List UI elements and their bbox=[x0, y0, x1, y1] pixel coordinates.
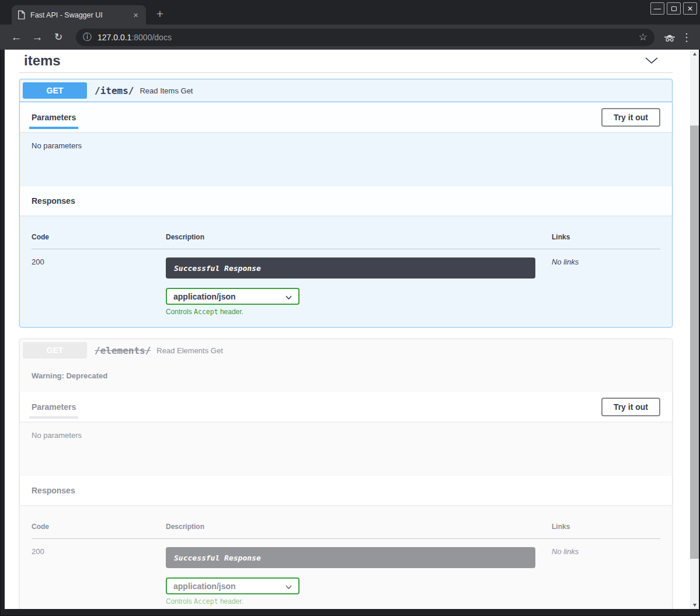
triangle-up-icon bbox=[693, 53, 696, 55]
parameters-header: Parameters Try it out bbox=[20, 102, 672, 132]
accept-header-hint: Controls Accept header. bbox=[166, 308, 552, 316]
triangle-down-icon bbox=[693, 604, 696, 607]
method-badge: GET bbox=[23, 342, 87, 359]
endpoint-body: Parameters Try it out No parameters Resp… bbox=[20, 102, 672, 327]
code-column-header: Code bbox=[32, 523, 166, 531]
endpoint-description: Read Elements Get bbox=[156, 346, 222, 355]
browser-window: Fast API - Swagger UI × + — ✕ ← → ↻ ⓘ 12… bbox=[0, 0, 700, 616]
links-column-header: Links bbox=[552, 523, 660, 531]
url-path: :8000/docs bbox=[131, 33, 172, 42]
tab-title: Fast API - Swagger UI bbox=[30, 11, 131, 19]
try-it-out-button[interactable]: Try it out bbox=[601, 108, 660, 127]
response-description-cell: Successful Response application/json Con… bbox=[166, 257, 552, 316]
try-it-out-button[interactable]: Try it out bbox=[601, 398, 660, 416]
response-links: No links bbox=[552, 547, 660, 605]
no-parameters-text: No parameters bbox=[32, 141, 82, 150]
responses-table-header: Code Description Links bbox=[32, 233, 660, 249]
response-row: 200 Successful Response application/json bbox=[32, 539, 660, 605]
bookmark-star-icon[interactable]: ☆ bbox=[639, 31, 647, 43]
parameters-body: No parameters bbox=[20, 422, 672, 476]
no-parameters-text: No parameters bbox=[32, 431, 82, 440]
reload-icon[interactable]: ↻ bbox=[50, 31, 67, 43]
chevron-down-icon bbox=[285, 292, 292, 301]
close-button[interactable]: ✕ bbox=[683, 2, 697, 15]
links-column-header: Links bbox=[552, 233, 660, 241]
chevron-down-icon[interactable] bbox=[645, 57, 658, 64]
browser-menu-icon[interactable]: ⋮ bbox=[680, 31, 693, 44]
page-favicon-icon bbox=[18, 11, 25, 19]
chevron-down-icon bbox=[285, 582, 292, 591]
scroll-up-arrow[interactable] bbox=[690, 50, 699, 58]
code-column-header: Code bbox=[32, 233, 166, 241]
responses-title: Responses bbox=[32, 486, 75, 495]
deprecated-warning: Warning: Deprecated bbox=[20, 362, 672, 392]
minimize-button[interactable]: — bbox=[650, 2, 664, 15]
parameters-body: No parameters bbox=[20, 132, 672, 186]
back-icon[interactable]: ← bbox=[8, 31, 25, 44]
response-code: 200 bbox=[32, 547, 166, 605]
scrollbar-thumb[interactable] bbox=[690, 126, 699, 559]
incognito-icon bbox=[663, 33, 677, 42]
responses-table-header: Code Description Links bbox=[32, 523, 660, 539]
tag-section-header[interactable]: items bbox=[19, 51, 673, 73]
tab-parameters[interactable]: Parameters bbox=[32, 402, 76, 412]
response-links: No links bbox=[552, 257, 660, 316]
browser-titlebar: Fast API - Swagger UI × + — ✕ bbox=[0, 0, 700, 25]
responses-header: Responses bbox=[20, 186, 672, 215]
endpoint-body: Warning: Deprecated Parameters Try it ou… bbox=[20, 362, 672, 609]
tab-parameters[interactable]: Parameters bbox=[32, 113, 76, 122]
page-content: items GET /items/ Read Items Get Paramet… bbox=[5, 50, 690, 609]
endpoint-summary[interactable]: GET /items/ Read Items Get bbox=[20, 79, 672, 102]
response-description-box: Successful Response bbox=[166, 547, 535, 568]
tab-close-icon[interactable]: × bbox=[131, 11, 140, 19]
endpoint-path: /items/ bbox=[95, 85, 134, 96]
section-title: items bbox=[24, 53, 61, 69]
address-bar[interactable]: ⓘ 127.0.0.1:8000/docs ☆ bbox=[76, 29, 654, 46]
scroll-down-arrow[interactable] bbox=[690, 601, 699, 609]
response-row: 200 Successful Response application/json bbox=[32, 249, 660, 316]
responses-body: Code Description Links 200 Successful Re… bbox=[20, 215, 672, 327]
media-type-select[interactable]: application/json bbox=[166, 288, 299, 305]
endpoint-summary[interactable]: GET /elements/ Read Elements Get bbox=[20, 339, 672, 362]
endpoint-get-elements-deprecated: GET /elements/ Read Elements Get Warning… bbox=[19, 339, 673, 609]
response-code: 200 bbox=[32, 257, 166, 316]
endpoint-description: Read Items Get bbox=[140, 86, 193, 95]
browser-tab[interactable]: Fast API - Swagger UI × bbox=[12, 5, 146, 25]
responses-title: Responses bbox=[32, 196, 75, 206]
responses-body: Code Description Links 200 Successful Re… bbox=[20, 505, 672, 609]
site-info-icon[interactable]: ⓘ bbox=[83, 32, 92, 43]
maximize-button[interactable] bbox=[667, 2, 681, 15]
new-tab-button[interactable]: + bbox=[152, 6, 168, 22]
response-description-box: Successful Response bbox=[166, 257, 535, 279]
method-badge: GET bbox=[23, 82, 87, 99]
description-column-header: Description bbox=[166, 233, 552, 241]
endpoint-get-items: GET /items/ Read Items Get Parameters Tr… bbox=[19, 79, 673, 328]
endpoint-path: /elements/ bbox=[95, 345, 151, 356]
url-text: 127.0.0.1:8000/docs bbox=[97, 33, 172, 42]
accept-header-hint: Controls Accept header. bbox=[166, 597, 552, 605]
parameters-header: Parameters Try it out bbox=[20, 392, 672, 422]
maximize-icon bbox=[671, 6, 677, 11]
media-type-select[interactable]: application/json bbox=[166, 577, 299, 594]
url-host: 127.0.0.1 bbox=[97, 33, 131, 42]
description-column-header: Description bbox=[166, 523, 552, 531]
page-scrollbar[interactable] bbox=[690, 50, 699, 609]
forward-icon[interactable]: → bbox=[29, 31, 46, 44]
window-controls: — ✕ bbox=[650, 2, 697, 15]
responses-header: Responses bbox=[20, 476, 672, 505]
browser-toolbar: ← → ↻ ⓘ 127.0.0.1:8000/docs ☆ ⋮ bbox=[0, 25, 700, 50]
response-description-cell: Successful Response application/json Con… bbox=[166, 547, 552, 605]
